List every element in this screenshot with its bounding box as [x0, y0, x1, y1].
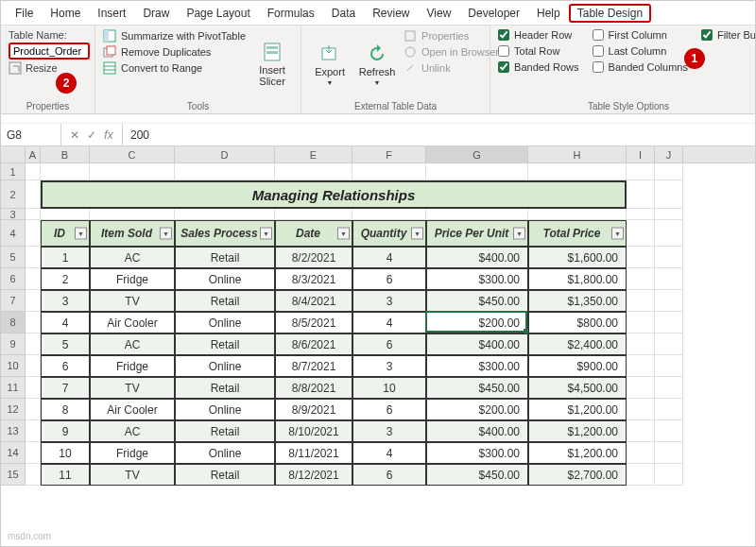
name-box[interactable]: G8 [1, 124, 61, 145]
cell-A11[interactable] [26, 377, 41, 399]
cell-J6[interactable] [655, 268, 683, 290]
row-header-1[interactable]: 1 [1, 163, 26, 180]
last-column-checkbox[interactable]: Last Column [593, 45, 688, 57]
cell-C13[interactable]: AC [90, 420, 175, 442]
cell-H12[interactable]: $1,200.00 [528, 399, 627, 420]
cell-J3[interactable] [655, 209, 683, 220]
cell-A8[interactable] [26, 312, 41, 333]
filter-dropdown-D[interactable]: ▼ [260, 228, 272, 240]
cell-E12[interactable]: 8/9/2021 [275, 399, 352, 420]
cell-D6[interactable]: Online [175, 268, 275, 290]
cell-A13[interactable] [26, 420, 41, 442]
cell-C5[interactable]: AC [90, 247, 175, 268]
cell-H10[interactable]: $900.00 [528, 355, 627, 377]
cell-C15[interactable]: TV [90, 464, 175, 486]
cell-A2[interactable] [26, 180, 41, 209]
table-properties-button[interactable]: Properties [404, 29, 499, 43]
row-header-4[interactable]: 4 [1, 220, 26, 247]
cell-C11[interactable]: TV [90, 377, 175, 399]
cell-E11[interactable]: 8/8/2021 [275, 377, 352, 399]
cell-B12[interactable]: 8 [41, 399, 90, 420]
col-header-I[interactable]: I [627, 146, 655, 162]
cell-B5[interactable]: 1 [41, 247, 90, 268]
cell-I9[interactable] [627, 333, 655, 355]
filter-button-checkbox[interactable]: Filter But [701, 29, 756, 41]
cell-H8[interactable]: $800.00 [528, 312, 627, 333]
cell-E4[interactable]: Date▼ [275, 220, 352, 247]
cell-G4[interactable]: Price Per Unit▼ [426, 220, 528, 247]
cell-I11[interactable] [627, 377, 655, 399]
filter-dropdown-G[interactable]: ▼ [513, 228, 525, 240]
cell-I10[interactable] [627, 355, 655, 377]
cell-H4[interactable]: Total Price▼ [528, 220, 627, 247]
cell-B10[interactable]: 6 [41, 355, 90, 377]
filter-dropdown-H[interactable]: ▼ [611, 228, 624, 240]
cell-F4[interactable]: Quantity▼ [352, 220, 426, 247]
cell-D10[interactable]: Online [175, 355, 275, 377]
cell-A3[interactable] [26, 209, 41, 220]
cell-B1[interactable] [41, 163, 90, 180]
cell-C14[interactable]: Fridge [90, 442, 175, 464]
filter-dropdown-C[interactable]: ▼ [160, 228, 172, 240]
col-header-J[interactable]: J [655, 146, 683, 162]
title-cell[interactable]: Managing Relationships [41, 180, 627, 209]
first-column-checkbox[interactable]: First Column [593, 29, 688, 41]
cell-J7[interactable] [655, 290, 683, 312]
cell-D9[interactable]: Retail [175, 333, 275, 355]
cell-C3[interactable] [90, 209, 175, 220]
cell-A7[interactable] [26, 290, 41, 312]
cell-E5[interactable]: 8/2/2021 [275, 247, 352, 268]
row-header-9[interactable]: 9 [1, 333, 26, 355]
cell-I6[interactable] [627, 268, 655, 290]
cell-F12[interactable]: 6 [352, 399, 426, 420]
cell-F3[interactable] [352, 209, 426, 220]
cell-B3[interactable] [41, 209, 90, 220]
summarize-pivot-button[interactable]: Summarize with PivotTable [103, 29, 246, 43]
cell-G11[interactable]: $450.00 [426, 377, 528, 399]
cell-B8[interactable]: 4 [41, 312, 90, 333]
enter-icon[interactable]: ✓ [84, 128, 99, 142]
col-header-G[interactable]: G [426, 146, 528, 162]
cell-A15[interactable] [26, 464, 41, 486]
cell-B13[interactable]: 9 [41, 420, 90, 442]
cell-D5[interactable]: Retail [175, 247, 275, 268]
cell-D3[interactable] [175, 209, 275, 220]
col-header-H[interactable]: H [528, 146, 627, 162]
col-header-E[interactable]: E [275, 146, 352, 162]
tab-data[interactable]: Data [323, 4, 364, 23]
banded-columns-checkbox[interactable]: Banded Columns [593, 61, 688, 73]
export-button[interactable]: Export▼ [309, 29, 351, 99]
cell-F6[interactable]: 6 [352, 268, 426, 290]
tab-view[interactable]: View [419, 4, 460, 23]
cell-A9[interactable] [26, 333, 41, 355]
cancel-icon[interactable]: ✕ [67, 128, 82, 142]
cell-J15[interactable] [655, 464, 683, 486]
row-header-13[interactable]: 13 [1, 420, 26, 442]
cell-G7[interactable]: $450.00 [426, 290, 528, 312]
cell-H15[interactable]: $2,700.00 [528, 464, 627, 486]
header-row-checkbox[interactable]: Header Row [498, 29, 579, 41]
cell-J2[interactable] [655, 180, 683, 209]
tab-home[interactable]: Home [42, 4, 89, 23]
cell-A10[interactable] [26, 355, 41, 377]
filter-dropdown-F[interactable]: ▼ [411, 228, 423, 240]
cell-C12[interactable]: Air Cooler [90, 399, 175, 420]
cell-E14[interactable]: 8/11/2021 [275, 442, 352, 464]
col-header-C[interactable]: C [90, 146, 175, 162]
row-header-12[interactable]: 12 [1, 399, 26, 420]
cell-B14[interactable]: 10 [41, 442, 90, 464]
cell-J11[interactable] [655, 377, 683, 399]
tab-draw[interactable]: Draw [134, 4, 178, 23]
cell-I5[interactable] [627, 247, 655, 268]
cell-F1[interactable] [352, 163, 426, 180]
cell-B6[interactable]: 2 [41, 268, 90, 290]
cell-G13[interactable]: $400.00 [426, 420, 528, 442]
cell-I12[interactable] [627, 399, 655, 420]
cell-E3[interactable] [275, 209, 352, 220]
tab-review[interactable]: Review [364, 4, 418, 23]
cell-F14[interactable]: 4 [352, 442, 426, 464]
cell-A12[interactable] [26, 399, 41, 420]
cell-D13[interactable]: Retail [175, 420, 275, 442]
cell-C10[interactable]: Fridge [90, 355, 175, 377]
tab-page-layout[interactable]: Page Layout [178, 4, 258, 23]
